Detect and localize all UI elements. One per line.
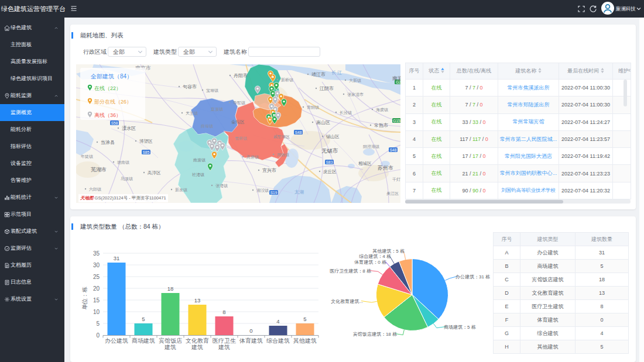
svg-text:新桥镇: 新桥镇 [281, 77, 293, 82]
svg-text:文化教育: 文化教育 [186, 337, 209, 344]
svg-text:青阳镇: 青阳镇 [307, 105, 319, 110]
svg-text:金坛区: 金坛区 [231, 119, 245, 125]
svg-text:博望区: 博望区 [139, 139, 153, 144]
svg-text:办公建筑：31 栋: 办公建筑：31 栋 [455, 274, 490, 280]
svg-text:靖江市: 靖江市 [311, 72, 326, 77]
svg-text:宾馆饭店: 宾馆饭店 [159, 337, 182, 344]
svg-text:周铁镇: 周铁镇 [277, 153, 289, 157]
svg-text:戚墅堰区: 戚墅堰区 [273, 135, 290, 139]
svg-text:建筑: 建筑 [164, 344, 176, 350]
svg-text:25: 25 [93, 274, 100, 280]
svg-text:当涂县: 当涂县 [101, 140, 115, 145]
svg-text:南渡镇: 南渡镇 [193, 158, 205, 163]
svg-text:35: 35 [93, 250, 100, 257]
svg-text:体育建筑: 体育建筑 [239, 337, 263, 344]
svg-text:溧水区: 溧水区 [122, 125, 136, 131]
svg-text:宜兴市: 宜兴市 [262, 168, 276, 173]
svg-text:综合建筑: 综合建筑 [266, 337, 290, 344]
svg-text:塘南镇: 塘南镇 [117, 160, 129, 165]
svg-text:句容市: 句容市 [183, 84, 197, 89]
svg-text:新发镇: 新发镇 [175, 187, 187, 192]
svg-text:相城区: 相城区 [358, 161, 372, 166]
svg-text:10: 10 [93, 309, 100, 315]
svg-text:张渚镇: 张渚镇 [215, 184, 228, 188]
svg-text:31: 31 [114, 255, 120, 261]
svg-text:0: 0 [249, 327, 252, 334]
svg-text:办公建筑: 办公建筑 [105, 337, 128, 344]
svg-text:8: 8 [222, 309, 225, 315]
svg-text:丹阳市: 丹阳市 [234, 73, 248, 78]
svg-text:建筑: 建筑 [218, 344, 230, 350]
svg-text:30: 30 [93, 262, 100, 268]
svg-text:六郎镇: 六郎镇 [89, 187, 101, 192]
svg-text:5: 5 [142, 316, 145, 322]
svg-text:体育建筑：0 栋: 体育建筑：0 栋 [354, 260, 386, 265]
svg-text:0: 0 [96, 332, 100, 339]
svg-text:虎丘区: 虎丘区 [323, 169, 337, 174]
svg-text:20: 20 [93, 285, 100, 292]
svg-text:惠山区: 惠山区 [316, 120, 330, 125]
svg-text:长泾镇: 长泾镇 [340, 111, 352, 115]
svg-text:S58: S58 [111, 121, 118, 125]
svg-text:宝堰镇: 宝堰镇 [206, 88, 218, 93]
svg-text:其他建筑: 其他建筑 [293, 337, 317, 344]
svg-text:长 江: 长 江 [331, 70, 342, 75]
svg-text:乌溪镇: 乌溪镇 [121, 177, 133, 181]
svg-text:雪林镇: 雪林镇 [235, 136, 247, 141]
svg-text:商场建筑：5 栋: 商场建筑：5 栋 [444, 325, 476, 330]
svg-text:导墅镇: 导墅镇 [233, 101, 245, 105]
svg-text:5: 5 [96, 320, 100, 327]
svg-text:高塍镇: 高塍镇 [246, 155, 259, 160]
svg-text:高淳区: 高淳区 [148, 170, 161, 175]
svg-text:综合建筑：4 栋: 综合建筑：4 栋 [359, 254, 391, 259]
svg-text:南通: 南通 [392, 75, 400, 81]
svg-text:直溪镇: 直溪镇 [211, 107, 223, 112]
svg-text:薛埠镇: 薛埠镇 [201, 124, 213, 129]
svg-text:大新镇: 大新镇 [349, 78, 361, 83]
svg-text:S85: S85 [143, 150, 150, 154]
svg-text:18: 18 [167, 285, 174, 292]
svg-text:宾馆饭店建筑：18 栋: 宾馆饭店建筑：18 栋 [353, 332, 397, 337]
svg-text:海虞镇: 海虞镇 [376, 108, 388, 112]
svg-text:湖㳇镇: 湖㳇镇 [256, 188, 269, 193]
svg-text:张家港市: 张家港市 [347, 92, 364, 97]
svg-text:无锡市: 无锡市 [321, 147, 338, 154]
svg-text:锡山区: 锡山区 [326, 134, 340, 139]
svg-text:社渚镇: 社渚镇 [192, 173, 204, 177]
svg-text:13: 13 [194, 297, 201, 304]
svg-text:S19: S19 [270, 191, 278, 195]
svg-text:常熟市: 常熟市 [374, 123, 388, 128]
svg-text:医疗卫生建筑：8 栋: 医疗卫生建筑：8 栋 [330, 268, 371, 274]
svg-text:15: 15 [93, 297, 100, 304]
svg-text:年陡镇: 年陡镇 [81, 154, 93, 159]
svg-text:芜湖市: 芜湖市 [91, 167, 107, 173]
svg-text:苏州市: 苏州市 [378, 165, 393, 171]
svg-text:商场建筑: 商场建筑 [132, 337, 155, 344]
svg-text:其他建筑：5 栋: 其他建筑：5 栋 [372, 249, 405, 254]
svg-text:5: 5 [303, 316, 306, 322]
svg-text:医疗卫生: 医疗卫生 [213, 337, 236, 344]
svg-text:4: 4 [276, 318, 279, 325]
svg-text:天王镇: 天王镇 [186, 111, 198, 116]
svg-text:太湖: 太湖 [294, 189, 304, 195]
svg-text:千灯: 千灯 [392, 177, 400, 182]
svg-text:S83: S83 [326, 160, 333, 164]
svg-text:吴江区: 吴江区 [386, 191, 399, 196]
svg-text:单位：栋: 单位：栋 [81, 287, 88, 310]
svg-text:建筑: 建筑 [191, 344, 203, 350]
svg-text:文化教育建筑...: 文化教育建筑... [331, 299, 363, 304]
svg-text:江阴市: 江阴市 [319, 86, 334, 91]
svg-text:阳澄湖镇: 阳澄湖镇 [363, 144, 379, 149]
svg-text:S48: S48 [390, 148, 397, 152]
svg-text:S48: S48 [295, 130, 302, 135]
svg-text:G15: G15 [393, 119, 400, 123]
